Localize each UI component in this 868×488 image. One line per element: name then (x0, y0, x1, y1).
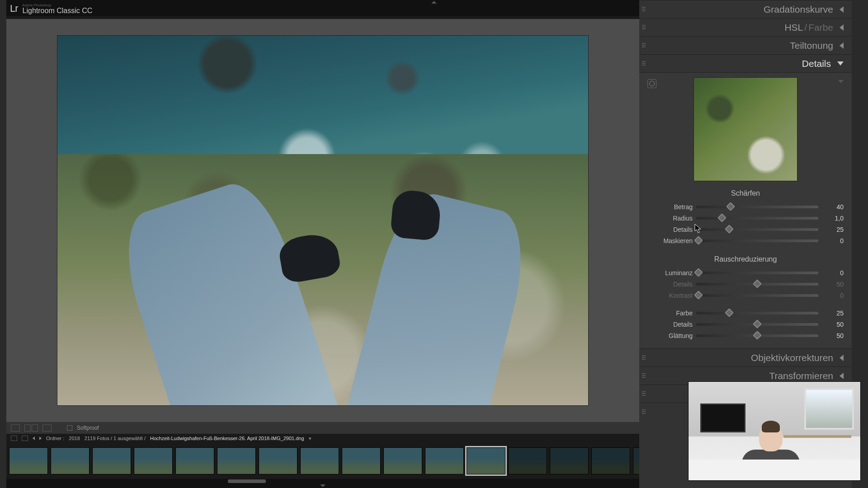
slider-value[interactable]: 0 (818, 237, 844, 244)
slider-value[interactable]: 25 (818, 310, 844, 317)
filmstrip-thumb[interactable] (383, 447, 422, 474)
filmstrip-thumb[interactable] (467, 447, 505, 474)
slider-knob[interactable] (725, 225, 734, 234)
folder-year[interactable]: 2018 (69, 436, 80, 441)
survey-view-button[interactable] (32, 424, 38, 432)
slider-knob[interactable] (753, 331, 762, 340)
filmstrip-thumb[interactable] (134, 447, 173, 474)
panel-grip-icon (642, 25, 646, 30)
filmstrip-scrollbar[interactable] (6, 479, 639, 483)
detail-target-button[interactable] (647, 79, 656, 88)
filmstrip-info-bar: Ordner : 2018 2119 Fotos / 1 ausgewählt … (6, 434, 639, 443)
filmstrip-thumb[interactable] (175, 447, 214, 474)
slider-knob[interactable] (753, 319, 762, 328)
slider-knob[interactable] (717, 213, 726, 222)
slider-details-sharpen-detail: Details25 (647, 224, 844, 235)
filmstrip-thumb[interactable] (342, 447, 381, 474)
image-viewer[interactable] (6, 19, 639, 422)
before-after-button[interactable] (42, 424, 52, 432)
collapse-icon (840, 6, 844, 13)
slider-track[interactable] (696, 334, 818, 337)
right-panel-collapse[interactable] (862, 0, 868, 488)
panel-gradation-curve[interactable]: Gradationskurve (639, 0, 852, 18)
panel-title: Objektivkorrekturen (751, 352, 833, 363)
slider-label: Luminanz (647, 269, 696, 277)
filmstrip-thumb[interactable] (9, 447, 48, 474)
app-header: Lr Adobe Photoshop Lightroom Classic CC (6, 0, 639, 16)
noise-title: Rauschreduzierung (647, 255, 844, 263)
slider-track[interactable] (696, 228, 818, 231)
slider-track[interactable] (696, 294, 818, 297)
bottom-grip-icon[interactable] (6, 483, 639, 488)
slider-label: Kontrast (647, 292, 696, 299)
view-toolbar: Softproof (6, 422, 639, 434)
slider-track[interactable] (696, 323, 818, 326)
left-panel-collapse[interactable] (0, 0, 6, 488)
next-photo-icon[interactable] (39, 436, 42, 440)
slider-value[interactable]: 50 (818, 321, 844, 328)
slider-label: Maskieren (647, 237, 696, 244)
detail-preview[interactable] (693, 77, 797, 181)
slider-value[interactable]: 0 (818, 269, 844, 277)
panel-details[interactable]: Details (639, 54, 852, 72)
slider-knob[interactable] (726, 202, 735, 211)
filmstrip-thumb[interactable] (425, 447, 464, 474)
panel-title: Details (802, 58, 831, 69)
slider-label: Glättung (647, 332, 696, 339)
app-name: Lightroom Classic CC (23, 7, 93, 14)
slider-track[interactable] (696, 239, 818, 242)
filmstrip-thumb[interactable] (259, 447, 297, 474)
panel-lens-corrections[interactable]: Objektivkorrekturen (639, 348, 852, 366)
grid-toggle-button[interactable] (22, 436, 28, 441)
filmstrip-thumb[interactable] (217, 447, 256, 474)
slider-knob[interactable] (753, 279, 762, 288)
panel-grip-icon (642, 7, 646, 12)
collapse-icon (840, 355, 844, 361)
slider-track[interactable] (696, 312, 818, 314)
disclosure-icon[interactable] (838, 80, 844, 83)
scrollbar-handle[interactable] (228, 479, 266, 483)
slider-value[interactable]: 0 (818, 292, 844, 299)
current-filename[interactable]: Hochzeit-Ludwigshafen-Fuß-Benkesser-26. … (150, 436, 304, 441)
collapse-icon (840, 24, 844, 31)
slider-value[interactable]: 1,0 (818, 215, 844, 222)
slider-track[interactable] (696, 206, 818, 208)
panel-grip-icon (642, 391, 646, 397)
loupe-view-button[interactable] (11, 424, 20, 432)
slider-value[interactable]: 25 (818, 226, 844, 233)
panel-grip-icon (642, 61, 646, 66)
slider-value[interactable]: 50 (818, 332, 844, 339)
filmstrip-thumb[interactable] (92, 447, 131, 474)
prev-photo-icon[interactable] (33, 436, 35, 440)
expand-icon (837, 61, 844, 66)
slider-value[interactable]: 50 (818, 281, 844, 288)
softproof-label: Softproof (77, 425, 99, 431)
slider-label: Radius (647, 215, 696, 222)
filmstrip-thumb[interactable] (550, 447, 589, 474)
panel-split-toning[interactable]: Teiltonung (639, 36, 852, 54)
slider-details-sharpen-mask: Maskieren0 (647, 235, 844, 246)
filmstrip-thumb[interactable] (51, 447, 90, 474)
slider-knob[interactable] (725, 308, 734, 317)
app-logo: Lr (10, 3, 18, 14)
collapse-icon (840, 42, 844, 49)
slider-value[interactable]: 40 (818, 203, 844, 211)
panel-title: Transformieren (769, 371, 833, 381)
slider-track[interactable] (696, 217, 818, 220)
main-photo[interactable] (57, 35, 589, 406)
slider-track[interactable] (696, 283, 818, 286)
filmstrip[interactable] (6, 443, 639, 479)
filmstrip-thumb[interactable] (508, 447, 547, 474)
filmstrip-thumb[interactable] (300, 447, 339, 474)
compare-view-button[interactable] (24, 424, 31, 432)
filmstrip-thumb[interactable] (591, 447, 630, 474)
slider-label: Details (647, 321, 696, 328)
slider-track[interactable] (696, 272, 818, 274)
header-grip-icon[interactable] (429, 1, 439, 5)
filmstrip-thumb[interactable] (633, 447, 639, 474)
secondary-display-button[interactable] (11, 436, 17, 441)
panel-grip-icon (642, 43, 646, 48)
softproof-checkbox[interactable] (67, 425, 72, 431)
panel-hsl-color[interactable]: HSL/Farbe (639, 18, 852, 36)
panel-title: Teiltonung (790, 40, 833, 51)
